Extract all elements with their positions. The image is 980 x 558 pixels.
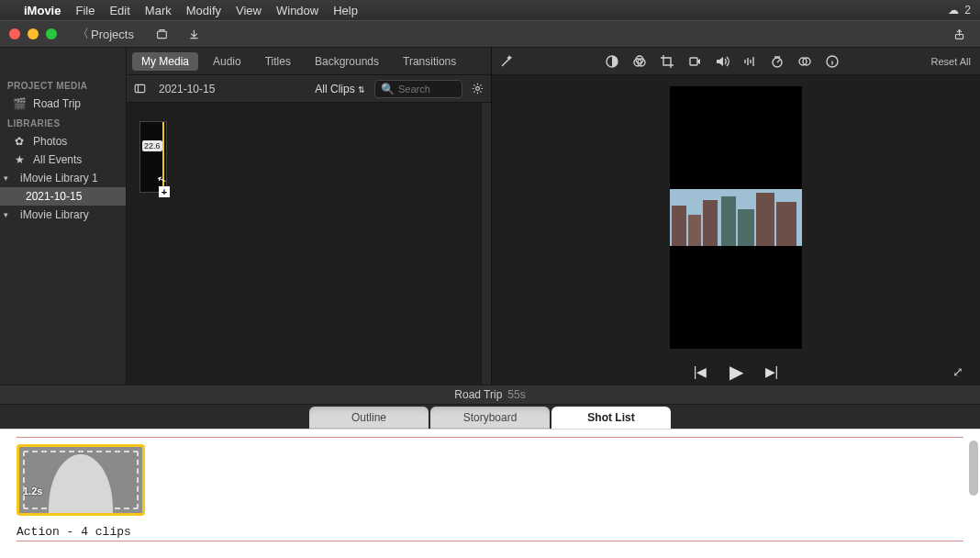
app-name[interactable]: iMovie [24, 4, 61, 17]
tab-my-media[interactable]: My Media [132, 52, 198, 71]
tray-count: 2 [964, 4, 971, 17]
enhance-wand-icon[interactable] [499, 54, 514, 69]
svg-point-9 [773, 58, 782, 67]
info-icon[interactable] [825, 54, 840, 69]
tab-transitions[interactable]: Transitions [394, 52, 465, 71]
window-zoom-button[interactable] [46, 28, 57, 39]
speed-icon[interactable] [770, 54, 785, 69]
svg-rect-8 [690, 58, 697, 65]
sidebar-event-date[interactable]: 2021-10-15 [0, 187, 126, 206]
menu-view[interactable]: View [236, 4, 262, 17]
svg-rect-0 [158, 31, 167, 38]
menubar-tray[interactable]: ☁ 2 [948, 4, 971, 17]
sidebar-all-events-label: All Events [33, 153, 82, 166]
chevron-left-icon: 〈 [77, 26, 89, 42]
tab-outline[interactable]: Outline [309, 407, 429, 429]
star-icon: ★ [13, 153, 26, 166]
clip-area[interactable]: 22.6 ↖ + [127, 103, 481, 385]
fullscreen-icon[interactable]: ⤢ [952, 364, 963, 379]
window-traffic-lights [9, 28, 57, 39]
sidebar-toggle-icon[interactable] [134, 83, 150, 95]
search-input[interactable] [398, 84, 453, 95]
sidebar-photos[interactable]: ✿ Photos [0, 132, 126, 151]
import-media-icon[interactable] [150, 27, 173, 42]
shot-placeholder[interactable]: 1.2s [17, 444, 145, 516]
clip-filter-icon[interactable] [797, 54, 812, 69]
browser-filter-bar: 2021-10-15 All Clips ⇅ 🔍 [127, 75, 491, 103]
menu-window[interactable]: Window [276, 4, 318, 17]
updown-icon: ⇅ [358, 85, 365, 95]
next-frame-button[interactable]: ▶| [765, 364, 779, 379]
crop-icon[interactable] [660, 54, 674, 69]
volume-icon[interactable] [715, 54, 729, 69]
project-duration: 55s [507, 388, 525, 401]
photos-icon: ✿ [13, 135, 26, 148]
trailer-tabs: Outline Storyboard Shot List [0, 405, 980, 429]
reset-all-button[interactable]: Reset All [931, 56, 971, 67]
browser-event-date: 2021-10-15 [159, 83, 215, 95]
clip-filter-dropdown[interactable]: All Clips ⇅ [315, 83, 365, 95]
download-icon[interactable] [183, 27, 206, 42]
menu-mark[interactable]: Mark [145, 4, 172, 17]
playback-controls: |◀ ▶ ▶| ⤢ [492, 359, 980, 385]
media-browser: My Media Audio Titles Backgrounds Transi… [127, 48, 492, 385]
project-title: Road Trip [454, 388, 502, 401]
sidebar-library-2[interactable]: ▾ iMovie Library [0, 206, 126, 224]
projects-back-button[interactable]: 〈 Projects [70, 24, 141, 44]
sidebar-header-libraries: LIBRARIES [0, 113, 126, 132]
tab-shot-list[interactable]: Shot List [551, 407, 671, 429]
window-toolbar: 〈 Projects [0, 20, 980, 48]
preview-frame-image [670, 189, 802, 246]
play-button[interactable]: ▶ [729, 361, 743, 383]
menu-modify[interactable]: Modify [186, 4, 221, 17]
window-scrollbar[interactable] [969, 441, 978, 496]
cursor-add-icon: + [159, 186, 170, 197]
search-icon: 🔍 [381, 83, 395, 95]
noise-eq-icon[interactable] [742, 54, 757, 69]
tab-backgrounds[interactable]: Backgrounds [306, 52, 388, 71]
prev-frame-button[interactable]: |◀ [694, 364, 707, 379]
project-title-bar: Road Trip 55s [0, 385, 980, 405]
svg-rect-2 [135, 84, 145, 92]
tab-audio[interactable]: Audio [204, 52, 251, 71]
window-close-button[interactable] [9, 28, 20, 39]
color-correction-icon[interactable] [632, 54, 647, 69]
tab-storyboard[interactable]: Storyboard [430, 407, 550, 429]
menu-edit[interactable]: Edit [109, 4, 129, 17]
sidebar-header-project-media: PROJECT MEDIA [0, 75, 126, 95]
stabilization-icon[interactable] [687, 54, 702, 69]
sidebar-all-events[interactable]: ★ All Events [0, 151, 126, 169]
chevron-down-icon: ▾ [4, 173, 13, 183]
clip-duration-badge: 22.6 [142, 140, 162, 151]
color-balance-icon[interactable] [605, 54, 619, 69]
share-icon[interactable] [948, 27, 971, 42]
preview-pane: Reset All |◀ ▶ ▶| ⤢ [492, 48, 980, 385]
shot-duration-badge: 1.2s [23, 485, 42, 497]
guide-line [17, 541, 963, 541]
sidebar-photos-label: Photos [33, 135, 67, 148]
mac-menubar: iMovie File Edit Mark Modify View Window… [0, 0, 980, 20]
svg-point-3 [476, 87, 480, 91]
shot-list-pane: 1.2s Action - 4 clips [0, 429, 980, 558]
search-input-wrap[interactable]: 🔍 [374, 80, 462, 98]
media-tabs: My Media Audio Titles Backgrounds Transi… [127, 48, 491, 75]
preview-canvas[interactable] [670, 86, 802, 349]
clapper-icon: 🎬 [13, 97, 26, 110]
guide-line [17, 437, 963, 438]
sidebar-project[interactable]: 🎬 Road Trip [0, 95, 126, 113]
cursor-arrow-icon: ↖ [155, 173, 168, 188]
menu-help[interactable]: Help [333, 4, 358, 17]
library-sidebar: PROJECT MEDIA 🎬 Road Trip LIBRARIES ✿ Ph… [0, 48, 127, 385]
clip-thumbnail[interactable]: 22.6 ↖ + [139, 121, 167, 193]
chevron-down-icon: ▾ [4, 210, 13, 219]
sidebar-library-1[interactable]: ▾ iMovie Library 1 [0, 169, 126, 187]
sidebar-library-2-label: iMovie Library [20, 208, 89, 221]
menu-file[interactable]: File [75, 4, 95, 17]
browser-settings-icon[interactable] [472, 83, 484, 95]
window-minimize-button[interactable] [28, 28, 39, 39]
browser-scrollbar[interactable] [481, 103, 491, 385]
tab-titles[interactable]: Titles [256, 52, 300, 71]
wechat-icon[interactable]: ☁ [948, 4, 959, 17]
sidebar-project-label: Road Trip [33, 97, 81, 110]
shot-list-caption: Action - 4 clips [17, 525, 963, 539]
